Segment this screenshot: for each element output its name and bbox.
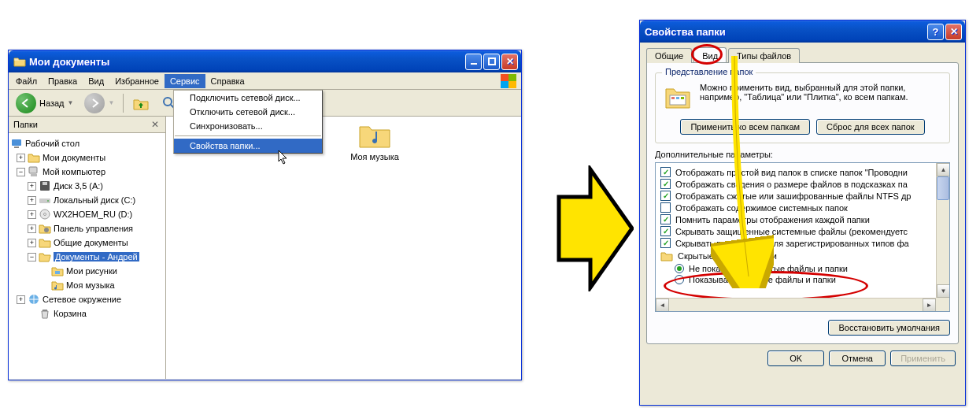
toolbar-separator: [123, 94, 124, 113]
svg-rect-6: [31, 174, 37, 176]
tree-localdisk[interactable]: + Локальный диск (C:): [10, 193, 164, 207]
restore-defaults-button[interactable]: Восстановить умолчания: [828, 320, 950, 336]
dialog-titlebar[interactable]: Свойства папки ? ✕: [640, 20, 965, 43]
expand-toggle[interactable]: +: [28, 196, 36, 205]
tree-mypictures[interactable]: Мои рисунки: [10, 264, 164, 278]
menu-unmap-drive[interactable]: Отключить сетевой диск...: [174, 105, 322, 119]
ok-button[interactable]: OK: [767, 351, 824, 366]
folder-tree: Рабочий стол + Мои документы − Мой компь…: [9, 133, 165, 379]
collapse-toggle[interactable]: −: [17, 168, 25, 176]
back-arrow-icon: [16, 93, 36, 113]
reset-all-folders-button[interactable]: Сброс для всех папок: [816, 119, 925, 135]
maximize-button[interactable]: [483, 54, 500, 70]
scroll-right-button[interactable]: ►: [923, 299, 936, 312]
svg-rect-8: [43, 182, 47, 185]
cancel-button[interactable]: Отмена: [829, 351, 886, 366]
opt-dont-show-hidden[interactable]: Не показывать скрытые файлы и папки: [660, 263, 946, 274]
menu-help[interactable]: Справка: [205, 74, 250, 88]
svg-rect-5: [29, 167, 37, 173]
scroll-down-button[interactable]: ▼: [937, 284, 950, 298]
menu-sync[interactable]: Синхронизовать...: [174, 119, 322, 133]
close-sidebar-button[interactable]: ✕: [150, 119, 161, 130]
opt-file-size-tips[interactable]: ✓Отображать сведения о размере файлов в …: [660, 178, 946, 190]
floppy-icon: [39, 180, 51, 192]
annotation-arrow-right: [555, 165, 634, 291]
radio-selected-icon: [675, 264, 684, 273]
menu-file[interactable]: Файл: [10, 74, 43, 88]
tree-recycle[interactable]: Корзина: [10, 306, 164, 321]
recycle-icon: [39, 307, 51, 320]
expand-toggle[interactable]: +: [28, 239, 36, 247]
file-mymusic[interactable]: Моя музыка: [343, 121, 406, 161]
folder-icon: [39, 236, 51, 249]
opt-ntfs-color[interactable]: ✓Отображать сжатые или зашифрованные фай…: [660, 190, 946, 202]
expand-toggle[interactable]: +: [28, 224, 36, 233]
menu-tools[interactable]: Сервис: [165, 74, 205, 88]
apply-all-folders-button[interactable]: Применить ко всем папкам: [680, 119, 810, 135]
svg-rect-3: [12, 139, 21, 146]
tab-panel-view: Представление папок Можно применить вид,…: [646, 62, 959, 344]
tree-mycomputer[interactable]: − Мой компьютер: [10, 165, 164, 179]
svg-rect-0: [471, 63, 477, 65]
close-button[interactable]: ✕: [501, 54, 518, 70]
tab-general[interactable]: Общие: [646, 48, 692, 63]
svg-rect-16: [43, 310, 47, 311]
file-label: Моя музыка: [350, 152, 399, 161]
tree-shareddocs[interactable]: + Общие документы: [10, 236, 164, 250]
checkbox-checked-icon: ✓: [660, 226, 671, 236]
help-button[interactable]: ?: [927, 24, 944, 40]
tree-userdocs[interactable]: − Документы - Андрей: [10, 250, 164, 264]
opt-show-hidden[interactable]: Показывать скрытые файлы и папки: [660, 274, 946, 285]
tree-mymusic[interactable]: Моя музыка: [10, 278, 164, 292]
tree-network[interactable]: + Сетевое окружение: [10, 292, 164, 306]
expand-toggle[interactable]: +: [17, 295, 25, 304]
menu-favorites[interactable]: Избранное: [109, 74, 165, 88]
scroll-thumb[interactable]: [937, 176, 949, 200]
opt-hide-protected[interactable]: ✓Скрывать защищенные системные файлы (ре…: [660, 225, 946, 237]
apply-button[interactable]: Применить: [890, 351, 956, 366]
radio-unselected-icon: [675, 275, 684, 284]
up-button[interactable]: [128, 92, 153, 114]
advanced-settings-list[interactable]: ✓Отображать простой вид папок в списке п…: [655, 162, 950, 312]
scroll-up-button[interactable]: ▲: [937, 163, 950, 176]
opt-system-folders[interactable]: Отображать содержимое системных папок: [660, 202, 946, 213]
tree-desktop[interactable]: Рабочий стол: [10, 136, 164, 150]
menu-view[interactable]: Вид: [83, 74, 109, 88]
dropdown-arrow-icon: ▼: [68, 99, 74, 106]
scroll-corner: [936, 298, 949, 311]
tree-mydocs[interactable]: + Мои документы: [10, 150, 164, 165]
expand-toggle[interactable]: +: [28, 182, 36, 191]
content-pane[interactable]: Моя музыка: [166, 117, 521, 379]
opt-remember-view[interactable]: ✓Помнить параметры отображения каждой па…: [660, 213, 946, 225]
disk-icon: [39, 194, 51, 206]
folder-views-icon: [664, 83, 692, 111]
menu-folder-options[interactable]: Свойства папки...: [174, 139, 322, 153]
tab-strip: Общие Вид Типы файлов: [646, 48, 959, 63]
tab-filetypes[interactable]: Типы файлов: [728, 48, 800, 63]
collapse-toggle[interactable]: −: [28, 253, 36, 261]
minimize-button[interactable]: [465, 54, 482, 70]
music-folder-icon: [358, 121, 391, 149]
computer-icon: [28, 165, 40, 178]
tab-view[interactable]: Вид: [693, 47, 727, 62]
window-title: Мои документы: [29, 56, 109, 68]
back-button[interactable]: Назад ▼: [12, 91, 77, 116]
tree-floppy[interactable]: + Диск 3,5 (A:): [10, 179, 164, 193]
tree-cddrive[interactable]: + WX2HOEM_RU (D:): [10, 207, 164, 221]
cd-icon: [39, 208, 51, 221]
scroll-left-button[interactable]: ◄: [656, 299, 669, 312]
expand-toggle[interactable]: +: [28, 210, 36, 219]
menu-map-drive[interactable]: Подключить сетевой диск...: [174, 91, 322, 105]
pictures-icon: [51, 265, 64, 277]
menu-edit[interactable]: Правка: [43, 74, 83, 88]
close-button[interactable]: ✕: [945, 24, 962, 40]
tree-controlpanel[interactable]: + Панель управления: [10, 221, 164, 236]
expand-toggle[interactable]: +: [17, 154, 25, 162]
horizontal-scrollbar[interactable]: ◄ ►: [656, 298, 936, 311]
explorer-titlebar[interactable]: Мои документы ✕: [9, 50, 521, 72]
group-legend: Представление папок: [662, 67, 756, 76]
vertical-scrollbar[interactable]: ▲ ▼: [936, 163, 949, 298]
opt-simple-folder-list[interactable]: ✓Отображать простой вид папок в списке п…: [660, 166, 946, 178]
opt-hide-extensions[interactable]: ✓Скрывать расширения для зарегистрирован…: [660, 237, 946, 249]
forward-button[interactable]: ▼: [80, 91, 118, 116]
